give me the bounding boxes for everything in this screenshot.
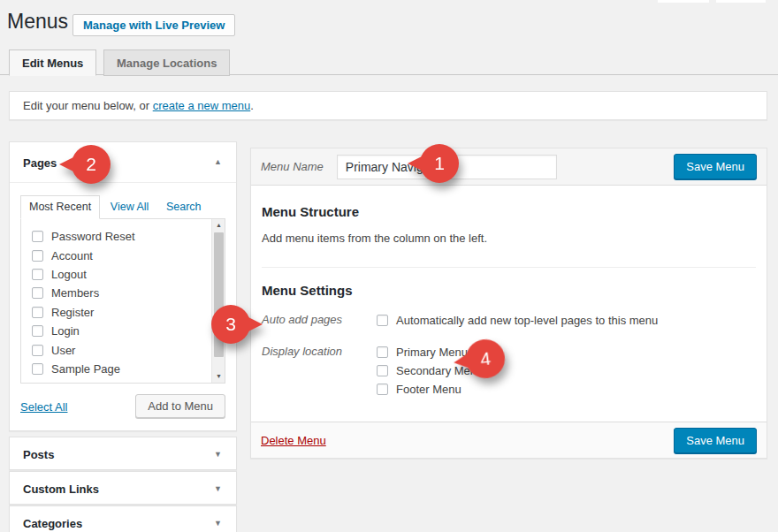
page-list-item: Register [32, 303, 225, 322]
pages-panel-title: Pages [23, 156, 57, 170]
page-item-label: User [51, 344, 75, 357]
page-item-label: Login [51, 324, 80, 338]
page-item-label: Account [51, 249, 93, 262]
save-menu-button-top[interactable]: Save Menu [674, 154, 757, 179]
page-title: Menus [7, 9, 68, 35]
page-list-item: Logout [32, 265, 225, 284]
pages-checklist: Password Reset Account Logout Members Re… [20, 218, 225, 384]
auto-add-pages-label: Auto add pages [262, 311, 377, 330]
menus-admin-screen: Menus Manage with Live Preview Edit Menu… [0, 0, 778, 532]
menu-name-label: Menu Name [261, 160, 324, 173]
callout-2-marker: 2 [72, 145, 111, 184]
pages-panel-header[interactable]: Pages ▲ [10, 142, 236, 183]
callout-1-marker: 1 [420, 144, 459, 183]
footer-menu-checkbox[interactable] [377, 384, 388, 395]
pages-accordion-panel: Pages ▲ Most Recent View All Search Pass… [9, 141, 237, 431]
page-item-checkbox[interactable] [32, 363, 43, 375]
notice-text-suffix: . [250, 99, 254, 112]
callout-1-number: 1 [420, 144, 459, 183]
page-list-item: Account [32, 246, 225, 264]
menu-editor-footer: Delete Menu Save Menu [251, 422, 767, 458]
page-item-checkbox[interactable] [32, 287, 43, 299]
custom-links-panel-header[interactable]: Custom Links ▼ [10, 472, 236, 506]
chevron-up-icon[interactable]: ▲ [214, 157, 222, 166]
categories-panel-header[interactable]: Categories ▼ [10, 506, 236, 532]
pages-filter-tabs: Most Recent View All Search [20, 195, 225, 219]
menu-name-bar: Menu Name Save Menu [251, 148, 767, 186]
menu-editor-panel: Menu Name Save Menu Menu Structure Add m… [250, 148, 767, 459]
custom-links-accordion-panel: Custom Links ▼ [9, 471, 237, 505]
tab-most-recent[interactable]: Most Recent [20, 195, 100, 219]
auto-add-pages-option-label: Automatically add new top-level pages to… [396, 314, 658, 327]
page-list-item: Password Reset [32, 227, 225, 246]
callout-2-number: 2 [72, 145, 111, 184]
location-row: Footer Menu [377, 380, 483, 399]
custom-links-panel-title: Custom Links [23, 483, 99, 496]
page-item-checkbox[interactable] [32, 250, 43, 262]
chevron-down-icon[interactable]: ▼ [214, 519, 222, 528]
footer-menu-label: Footer Menu [396, 383, 461, 396]
page-item-label: Sample Page [51, 362, 120, 376]
scrollbar[interactable]: ▲ ▼ [211, 219, 225, 383]
callout-4-marker: 4 [463, 337, 507, 380]
page-item-checkbox[interactable] [32, 325, 43, 337]
callout-tail-icon [453, 353, 469, 369]
menu-structure-description: Add menu items from the column on the le… [262, 232, 756, 245]
scrollbar-up-icon[interactable]: ▲ [212, 219, 225, 232]
tab-view-all[interactable]: View All [103, 196, 156, 218]
pages-panel-body: Most Recent View All Search Password Res… [10, 183, 236, 429]
posts-accordion-panel: Posts ▼ [9, 437, 237, 470]
save-menu-button-bottom[interactable]: Save Menu [674, 428, 757, 453]
menu-structure-heading: Menu Structure [262, 204, 756, 219]
menu-editor-body: Menu Structure Add menu items from the c… [251, 186, 767, 423]
tab-edit-menus[interactable]: Edit Menus [9, 49, 96, 76]
callout-tail-icon [248, 317, 263, 331]
posts-panel-header[interactable]: Posts ▼ [10, 437, 236, 472]
tab-manage-locations[interactable]: Manage Locations [103, 49, 230, 76]
callout-3-marker: 3 [211, 305, 250, 344]
callout-tail-icon [408, 156, 422, 171]
page-item-label: Register [51, 306, 94, 319]
page-item-checkbox[interactable] [32, 307, 43, 318]
notice-text: Edit your menu below, or [23, 99, 153, 112]
menu-settings-heading: Menu Settings [262, 283, 756, 298]
add-to-menu-button[interactable]: Add to Menu [135, 394, 225, 418]
page-item-label: Members [51, 286, 99, 300]
chevron-down-icon[interactable]: ▼ [214, 450, 222, 459]
page-item-label: Logout [51, 268, 87, 281]
callout-4-number: 4 [463, 337, 507, 380]
create-new-menu-link[interactable]: create a new menu [153, 99, 251, 112]
screen-options-tab[interactable] [658, 0, 709, 3]
auto-add-pages-checkbox[interactable] [377, 315, 388, 326]
posts-panel-title: Posts [23, 448, 54, 461]
page-item-checkbox[interactable] [32, 231, 43, 242]
delete-menu-link[interactable]: Delete Menu [261, 434, 326, 447]
tab-search[interactable]: Search [159, 196, 209, 218]
page-item-checkbox[interactable] [32, 345, 43, 356]
manage-live-preview-button[interactable]: Manage with Live Preview [72, 14, 235, 36]
help-tab[interactable] [716, 0, 766, 3]
callout-3-number: 3 [211, 305, 250, 344]
page-list-item: Members [32, 284, 225, 302]
categories-panel-title: Categories [23, 517, 82, 530]
display-location-label: Display location [262, 343, 377, 399]
page-list-item: User [32, 340, 225, 359]
categories-accordion-panel: Categories ▼ [9, 505, 237, 532]
nav-tabs: Edit Menus Manage Locations [0, 49, 778, 75]
page-item-checkbox[interactable] [32, 269, 43, 280]
primary-menu-checkbox[interactable] [377, 346, 388, 358]
select-all-link[interactable]: Select All [20, 400, 67, 414]
chevron-down-icon[interactable]: ▼ [214, 484, 222, 493]
page-list-item: Login [32, 322, 225, 340]
callout-tail-icon [59, 157, 73, 171]
edit-menu-notice: Edit your menu below, or create a new me… [9, 91, 767, 120]
scrollbar-down-icon[interactable]: ▼ [212, 370, 225, 383]
page-item-label: Password Reset [51, 230, 135, 243]
page-list-item: Sample Page [32, 360, 225, 378]
secondary-menu-checkbox[interactable] [377, 365, 388, 376]
